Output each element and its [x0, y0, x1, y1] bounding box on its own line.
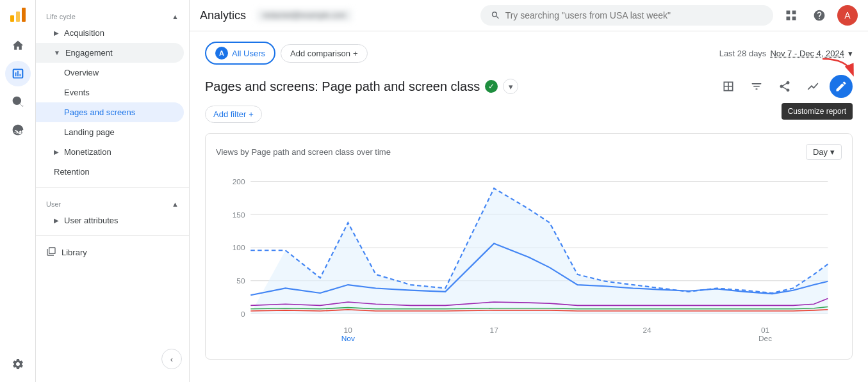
- day-dropdown-chevron: ▾: [830, 147, 835, 157]
- svg-text:10: 10: [344, 326, 353, 335]
- sidebar-item-library[interactable]: Library: [36, 241, 184, 264]
- analytics-logo: [9, 5, 27, 25]
- svg-text:200: 200: [233, 177, 245, 186]
- main-content: Analytics redacted@example.com A A All U…: [190, 0, 868, 382]
- compare-view-btn[interactable]: [717, 75, 740, 98]
- page-title-row: Pages and screens: Page path and screen …: [205, 75, 853, 98]
- nav-divider2: [36, 235, 189, 236]
- funnel-btn[interactable]: [745, 75, 768, 98]
- header-actions: A: [781, 5, 858, 26]
- all-users-icon: A: [215, 47, 228, 60]
- sidebar-item-acquisition[interactable]: ▶ Acquisition: [36, 23, 184, 43]
- nav-sidebar: Life cycle ▲ ▶ Acquisition ▼ Engagement …: [36, 0, 190, 382]
- svg-text:150: 150: [233, 211, 245, 219]
- help-icon-btn[interactable]: [809, 5, 830, 26]
- explore-icon[interactable]: [5, 89, 31, 115]
- sidebar-item-user-attributes[interactable]: ▶ User attributes: [36, 211, 184, 230]
- filter-left: A All Users Add comparison +: [205, 42, 368, 65]
- advertising-icon[interactable]: [5, 117, 31, 143]
- app-name: Analytics: [200, 9, 246, 22]
- chart-title: Views by Page path and screen class over…: [216, 147, 391, 157]
- lifecycle-collapse-icon[interactable]: ▲: [172, 13, 179, 20]
- user-collapse-icon[interactable]: ▲: [172, 200, 179, 208]
- last28-label: Last 28 days: [719, 49, 767, 58]
- sidebar-item-landing-page[interactable]: Landing page: [36, 122, 184, 142]
- nav-divider: [36, 187, 189, 187]
- svg-text:24: 24: [643, 326, 651, 335]
- header-left: Analytics redacted@example.com: [200, 9, 473, 22]
- customize-tooltip: Customize report: [782, 103, 853, 120]
- customize-report-btn[interactable]: [830, 75, 853, 98]
- sidebar-item-monetization[interactable]: ▶ Monetization: [36, 142, 184, 162]
- reports-icon[interactable]: [5, 61, 31, 86]
- chevron-right-icon2: ▶: [54, 148, 59, 155]
- svg-text:Nov: Nov: [341, 334, 355, 343]
- share-btn[interactable]: [773, 75, 796, 98]
- avatar[interactable]: A: [837, 5, 858, 26]
- chart-header: Views by Page path and screen class over…: [216, 144, 842, 160]
- svg-text:0: 0: [241, 310, 245, 319]
- svg-rect-2: [22, 8, 26, 22]
- date-range[interactable]: Last 28 days Nov 7 - Dec 4, 2024 ▾: [719, 49, 853, 58]
- svg-rect-0: [10, 15, 14, 22]
- svg-text:Dec: Dec: [758, 334, 772, 343]
- search-input[interactable]: [505, 10, 763, 20]
- date-dropdown-icon: ▾: [848, 49, 853, 58]
- chevron-right-icon: ▶: [54, 29, 59, 36]
- chart-container: Views by Page path and screen class over…: [205, 133, 853, 360]
- sidebar-item-events[interactable]: Events: [36, 83, 184, 102]
- sidebar-item-retention[interactable]: Retention: [36, 162, 184, 182]
- svg-marker-20: [250, 188, 828, 314]
- svg-text:100: 100: [233, 243, 245, 252]
- search-bar[interactable]: [480, 5, 774, 26]
- svg-text:17: 17: [490, 326, 498, 335]
- page-heading: Pages and screens: Page path and screen …: [205, 79, 480, 94]
- filters-row: A All Users Add comparison + Last 28 day…: [205, 42, 853, 65]
- date-range-label: Nov 7 - Dec 4, 2024: [770, 49, 844, 58]
- top-header: Analytics redacted@example.com A: [190, 0, 868, 31]
- chart-svg: 200 150 100 50 0 10 Nov 17 24 01 Dec: [216, 168, 842, 347]
- grid-icon-btn[interactable]: [781, 5, 801, 26]
- library-icon: [46, 246, 56, 259]
- icon-rail: [0, 0, 36, 382]
- add-comparison-btn[interactable]: Add comparison +: [281, 44, 368, 63]
- sidebar-item-engagement[interactable]: ▼ Engagement: [36, 43, 184, 63]
- toolbar-icons: Customize report: [717, 75, 853, 98]
- user-section-label: User ▲: [36, 193, 189, 211]
- trend-btn[interactable]: [801, 75, 824, 98]
- title-check-badge: ✓: [485, 80, 498, 93]
- lifecycle-section-label: Life cycle ▲: [36, 5, 189, 23]
- settings-icon[interactable]: [5, 351, 31, 377]
- sidebar-item-overview[interactable]: Overview: [36, 63, 184, 83]
- sidebar-collapse-btn[interactable]: ‹: [161, 349, 182, 369]
- svg-text:01: 01: [761, 326, 770, 335]
- account-badge: redacted@example.com: [256, 9, 352, 22]
- chevron-right-icon3: ▶: [54, 217, 59, 224]
- day-dropdown[interactable]: Day ▾: [806, 144, 842, 160]
- home-icon[interactable]: [5, 33, 31, 58]
- chevron-down-icon: ▼: [54, 49, 60, 56]
- title-dropdown-btn[interactable]: ▾: [503, 79, 518, 94]
- plus-icon: +: [353, 49, 358, 58]
- add-filter-btn[interactable]: Add filter +: [205, 106, 262, 123]
- svg-rect-1: [16, 12, 20, 22]
- svg-text:50: 50: [236, 276, 245, 285]
- add-filter-icon: +: [249, 109, 254, 119]
- sidebar-item-pages-screens[interactable]: Pages and screens: [36, 102, 184, 122]
- page-title: Pages and screens: Page path and screen …: [205, 79, 518, 94]
- content-area: A All Users Add comparison + Last 28 day…: [190, 31, 868, 382]
- all-users-btn[interactable]: A All Users: [205, 42, 275, 65]
- search-icon: [491, 10, 500, 20]
